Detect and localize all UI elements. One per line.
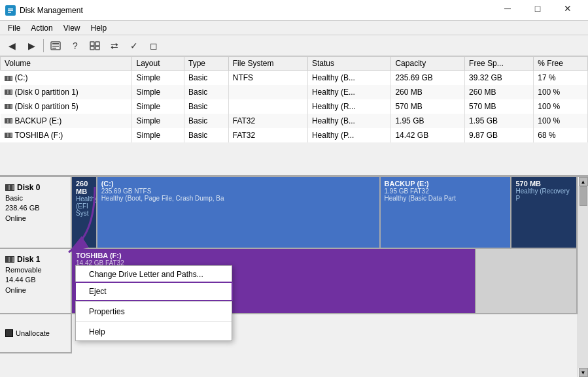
table-row[interactable]: (Disk 0 partition 1)SimpleBasicHealthy (… — [1, 85, 588, 99]
svg-rect-10 — [90, 46, 94, 50]
cell-capacity: 14.42 GB — [391, 128, 465, 142]
menu-file[interactable]: File — [3, 22, 26, 34]
svg-rect-8 — [90, 42, 94, 46]
disk0-part1[interactable]: 260 MB Healthy (EFI Syst — [72, 177, 97, 248]
toolbar-btn-6[interactable]: ◻ — [145, 37, 163, 54]
app-title: Disk Management — [20, 6, 83, 15]
cell-status: Healthy (B... — [307, 71, 391, 85]
back-button[interactable]: ◀ — [3, 37, 21, 54]
table-row[interactable]: BACKUP (E:)SimpleBasicFAT32Healthy (B...… — [1, 114, 588, 128]
col-layout: Layout — [132, 57, 184, 71]
disk0-row: Disk 0 Basic 238.46 GB Online 260 MB Hea… — [0, 177, 578, 249]
menu-view[interactable]: View — [58, 22, 86, 34]
window-controls: ─ □ ✕ — [493, 2, 583, 19]
disk0-type: Basic — [5, 193, 65, 203]
table-header-row: Volume Layout Type File System Status Ca… — [1, 57, 588, 71]
unallocated-text: Unallocate — [16, 329, 50, 337]
disk0-part4[interactable]: 570 MB Healthy (Recovery P — [511, 177, 577, 248]
cell-type: Basic — [184, 85, 228, 99]
cell-fs — [228, 85, 307, 99]
col-type: Type — [184, 57, 228, 71]
cell-layout: Simple — [132, 114, 184, 128]
disk-stripe-icon — [5, 76, 12, 81]
disk-stripe-icon — [5, 104, 12, 109]
disk-stripe-icon — [5, 133, 12, 138]
disk1-type: Removable — [5, 265, 65, 275]
cell-volume: (Disk 0 partition 5) — [1, 99, 132, 114]
title-bar-left: Disk Management — [5, 5, 83, 16]
unallocated-label: Unallocate — [0, 314, 72, 353]
disk0-icon — [5, 184, 14, 191]
menu-bar: File Action View Help — [0, 21, 588, 35]
cell-status: Healthy (B... — [307, 114, 391, 128]
scroll-thumb[interactable] — [579, 186, 587, 206]
disk0-partitions: 260 MB Healthy (EFI Syst (C:) 235.69 GB … — [72, 177, 578, 248]
context-menu-item-help[interactable]: Help — [76, 323, 232, 340]
cell-status: Healthy (E... — [307, 85, 391, 99]
cell-pct: 17 % — [534, 71, 588, 85]
disk1-icon — [5, 256, 14, 263]
disk0-part1-size: 260 MB — [76, 180, 92, 195]
svg-rect-3 — [8, 12, 11, 13]
toolbar-btn-4[interactable]: ⇄ — [105, 37, 124, 54]
scroll-down[interactable]: ▼ — [579, 368, 588, 377]
cell-capacity: 1.95 GB — [391, 114, 465, 128]
table-row[interactable]: (C:)SimpleBasicNTFSHealthy (B...235.69 G… — [1, 71, 588, 85]
context-menu-item-eject[interactable]: Eject — [75, 282, 233, 301]
maximize-button[interactable]: □ — [523, 0, 553, 19]
cell-free: 39.32 GB — [465, 71, 534, 85]
cell-layout: Simple — [132, 128, 184, 142]
col-filesystem: File System — [228, 57, 307, 71]
disk1-part1-name: TOSHIBA (F:) — [76, 252, 471, 259]
toolbar-btn-1[interactable] — [46, 37, 65, 54]
vertical-scrollbar[interactable]: ▲ ▼ — [578, 177, 588, 377]
disk0-part3[interactable]: BACKUP (E:) 1.95 GB FAT32 Healthy (Basic… — [381, 177, 512, 248]
disk1-status: Online — [5, 286, 65, 295]
scroll-up[interactable]: ▲ — [579, 177, 588, 186]
disk-stripe-icon — [5, 118, 12, 123]
toolbar-btn-3[interactable] — [86, 37, 104, 54]
cell-free: 1.95 GB — [465, 114, 534, 128]
disk0-part2[interactable]: (C:) 235.69 GB NTFS Healthy (Boot, Page … — [97, 177, 381, 248]
disk0-status: Online — [5, 214, 65, 223]
col-volume: Volume — [1, 57, 132, 71]
menu-action[interactable]: Action — [26, 22, 58, 34]
svg-rect-6 — [52, 46, 59, 47]
col-capacity: Capacity — [391, 57, 465, 71]
disk0-part3-detail2: Healthy (Basic Data Part — [385, 195, 507, 202]
minimize-button[interactable]: ─ — [493, 0, 523, 19]
close-button[interactable]: ✕ — [553, 0, 583, 19]
cell-volume: BACKUP (E:) — [1, 114, 132, 128]
table-row[interactable]: TOSHIBA (F:)SimpleBasicFAT32Healthy (P..… — [1, 128, 588, 142]
context-menu-item-change-drive[interactable]: Change Drive Letter and Paths... — [76, 266, 232, 283]
cell-free: 9.87 GB — [465, 128, 534, 142]
disk0-part2-name: (C:) — [101, 180, 375, 188]
disk0-label: Disk 0 Basic 238.46 GB Online — [0, 177, 72, 248]
cell-free: 260 MB — [465, 85, 534, 99]
title-bar: Disk Management ─ □ ✕ — [0, 0, 588, 21]
main-content: Volume Layout Type File System Status Ca… — [0, 56, 588, 377]
forward-button[interactable]: ▶ — [22, 37, 41, 54]
cell-fs: FAT32 — [228, 128, 307, 142]
disk0-part1-detail: Healthy (EFI Syst — [76, 195, 92, 217]
col-status: Status — [307, 57, 391, 71]
toolbar-btn-5[interactable]: ✓ — [125, 37, 143, 54]
unallocated-icon — [5, 329, 13, 337]
disk1-name: Disk 1 — [5, 254, 65, 265]
svg-rect-1 — [8, 8, 13, 10]
cell-capacity: 260 MB — [391, 85, 465, 99]
svg-rect-5 — [52, 43, 59, 44]
menu-help[interactable]: Help — [86, 22, 112, 34]
volume-table-container: Volume Layout Type File System Status Ca… — [0, 56, 588, 177]
table-row[interactable]: (Disk 0 partition 5)SimpleBasicHealthy (… — [1, 99, 588, 114]
col-pct: % Free — [534, 57, 588, 71]
toolbar-btn-help[interactable]: ? — [66, 37, 84, 54]
separator-1 — [43, 39, 44, 52]
col-free: Free Sp... — [465, 57, 534, 71]
context-menu-item-properties[interactable]: Properties — [76, 303, 232, 320]
svg-rect-9 — [95, 42, 99, 46]
svg-rect-7 — [52, 48, 56, 49]
cell-pct: 100 % — [534, 114, 588, 128]
disk0-part4-detail: Healthy (Recovery P — [515, 188, 572, 202]
disk0-size: 238.46 GB — [5, 203, 65, 213]
